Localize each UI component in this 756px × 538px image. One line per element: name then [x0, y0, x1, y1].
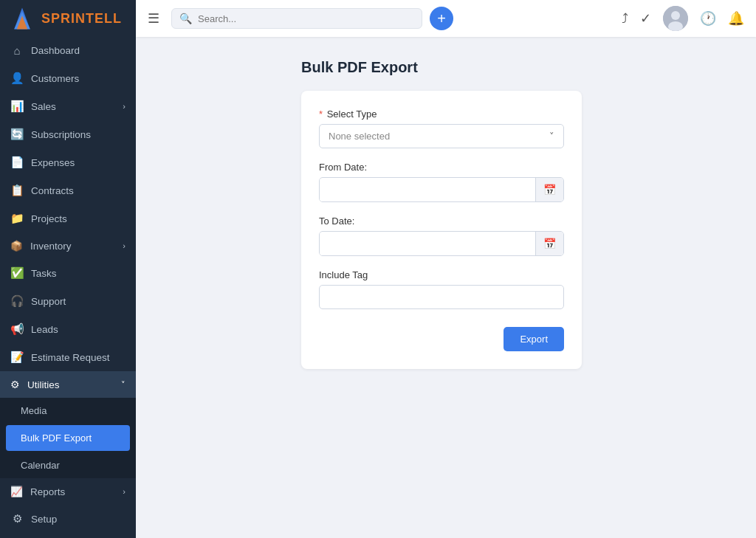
from-date-wrapper: 📅: [319, 177, 564, 202]
avatar-image: [663, 6, 688, 31]
sidebar-item-label: Tasks: [31, 268, 57, 279]
sidebar-item-label: Projects: [31, 213, 67, 224]
estimate-icon: 📝: [10, 351, 24, 364]
menu-icon[interactable]: ☰: [148, 10, 159, 27]
sidebar-item-label: Subscriptions: [31, 129, 91, 140]
to-date-wrapper: 📅: [319, 231, 564, 256]
to-date-label: To Date:: [319, 215, 564, 227]
svg-point-4: [671, 11, 680, 20]
inventory-icon: 📦: [10, 240, 23, 252]
sidebar-item-label: Support: [31, 296, 66, 307]
sidebar-item-label: Leads: [31, 324, 58, 335]
utilities-icon: ⚙: [10, 379, 20, 390]
sidebar-item-calendar[interactable]: Calendar: [0, 452, 136, 478]
sidebar-item-utilities[interactable]: ⚙ Utilities ˅: [0, 371, 136, 398]
contracts-icon: 📋: [10, 184, 24, 197]
sidebar-item-label: Reports: [30, 486, 65, 497]
sidebar-item-label: Customers: [31, 73, 79, 84]
sidebar-item-tasks[interactable]: ✅ Tasks: [0, 259, 136, 287]
tasks-icon: ✅: [10, 266, 24, 280]
chevron-right-icon: ›: [123, 102, 126, 111]
sidebar-item-support[interactable]: 🎧 Support: [0, 287, 136, 315]
sidebar-item-sales[interactable]: 📊 Sales ›: [0, 92, 136, 120]
bell-icon[interactable]: 🔔: [728, 10, 744, 27]
from-date-label: From Date:: [319, 162, 564, 173]
include-tag-label: Include Tag: [319, 269, 564, 280]
leads-icon: 📢: [10, 323, 24, 336]
sidebar-item-label: Media: [21, 405, 47, 416]
clock-icon[interactable]: 🕐: [700, 10, 716, 27]
sidebar-item-label: Bulk PDF Export: [21, 432, 92, 444]
sidebar-item-label: Dashboard: [31, 45, 80, 56]
sidebar-item-media[interactable]: Media: [0, 398, 136, 424]
chevron-down-icon: ˅: [121, 380, 126, 390]
from-date-group: From Date: 📅: [319, 162, 564, 202]
topbar: ☰ 🔍 + ⤴ ✓ 🕐 🔔: [136, 0, 756, 37]
to-date-group: To Date: 📅: [319, 215, 564, 256]
chevron-right-icon: ›: [123, 487, 126, 496]
chevron-right-icon: ›: [123, 241, 126, 250]
from-date-calendar-button[interactable]: 📅: [535, 178, 563, 201]
support-icon: 🎧: [10, 294, 24, 308]
subscriptions-icon: 🔄: [10, 128, 24, 141]
expenses-icon: 📄: [10, 156, 24, 169]
dashboard-icon: ⌂: [10, 44, 24, 57]
sidebar-item-dashboard[interactable]: ⌂ Dashboard: [0, 37, 136, 64]
search-icon: 🔍: [179, 13, 192, 24]
sidebar-item-setup[interactable]: ⚙ Setup: [0, 505, 136, 533]
from-date-input[interactable]: [320, 179, 535, 201]
setup-icon: ⚙: [10, 512, 24, 525]
sales-icon: 📊: [10, 100, 24, 113]
form-footer: Export: [319, 327, 564, 351]
to-date-calendar-button[interactable]: 📅: [535, 232, 563, 255]
customers-icon: 👤: [10, 72, 24, 85]
topbar-right: ⤴ ✓ 🕐 🔔: [622, 6, 744, 31]
sidebar-item-label: Inventory: [30, 241, 72, 252]
search-bar: 🔍: [171, 8, 422, 29]
sidebar-item-customers[interactable]: 👤 Customers: [0, 64, 136, 92]
sidebar-item-inventory[interactable]: 📦 Inventory ›: [0, 232, 136, 259]
page-title: Bulk PDF Export: [301, 59, 726, 76]
main-content: Bulk PDF Export * Select Type None selec…: [272, 37, 756, 538]
export-button[interactable]: Export: [504, 327, 564, 351]
include-tag-input[interactable]: [319, 285, 564, 309]
utilities-submenu: Media Bulk PDF Export Calendar: [0, 398, 136, 478]
sidebar-item-reports[interactable]: 📈 Reports ›: [0, 478, 136, 505]
avatar[interactable]: [663, 6, 688, 31]
sidebar-item-projects[interactable]: 📁 Projects: [0, 204, 136, 232]
sidebar-item-subscriptions[interactable]: 🔄 Subscriptions: [0, 120, 136, 148]
sidebar-item-label: Calendar: [21, 460, 60, 471]
select-type-dropdown[interactable]: None selected: [320, 125, 563, 148]
check-icon[interactable]: ✓: [640, 10, 651, 27]
sidebar: SPRINTELL ⌂ Dashboard 👤 Customers 📊 Sale…: [0, 0, 136, 538]
form-card: * Select Type None selected ˅ From Date:…: [301, 91, 582, 369]
reports-icon: 📈: [10, 486, 23, 497]
include-tag-group: Include Tag: [319, 269, 564, 309]
sidebar-item-label: Setup: [31, 514, 57, 525]
logo[interactable]: SPRINTELL: [0, 0, 136, 37]
sidebar-item-contracts[interactable]: 📋 Contracts: [0, 176, 136, 204]
to-date-input[interactable]: [320, 232, 535, 255]
sidebar-item-label: Contracts: [31, 185, 74, 196]
sidebar-item-estimate-request[interactable]: 📝 Estimate Request: [0, 343, 136, 371]
sidebar-item-label: Utilities: [27, 379, 60, 390]
share-icon[interactable]: ⤴: [622, 11, 628, 27]
sidebar-item-label: Expenses: [31, 157, 75, 168]
search-input[interactable]: [198, 13, 414, 24]
required-marker: *: [319, 108, 323, 120]
sidebar-item-label: Estimate Request: [31, 352, 110, 363]
logo-icon: [9, 5, 35, 32]
add-button[interactable]: +: [430, 7, 453, 30]
projects-icon: 📁: [10, 212, 24, 225]
sidebar-item-bulk-pdf-export[interactable]: Bulk PDF Export: [6, 425, 130, 451]
sidebar-item-leads[interactable]: 📢 Leads: [0, 315, 136, 343]
sidebar-item-expenses[interactable]: 📄 Expenses: [0, 148, 136, 176]
select-type-label: * Select Type: [319, 108, 564, 120]
select-type-group: * Select Type None selected ˅: [319, 108, 564, 148]
select-type-wrapper: None selected ˅: [319, 124, 564, 148]
sidebar-item-label: Sales: [31, 101, 56, 112]
logo-text: SPRINTELL: [41, 11, 122, 27]
